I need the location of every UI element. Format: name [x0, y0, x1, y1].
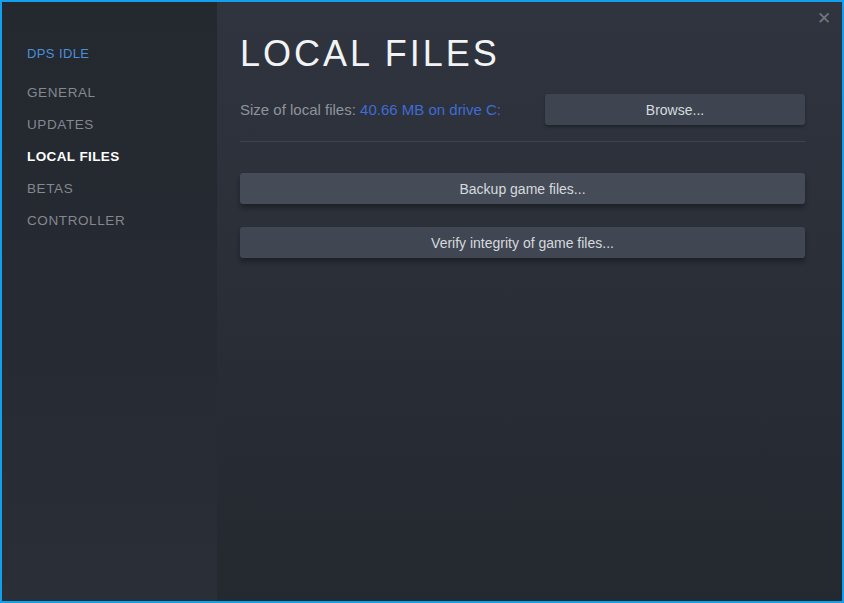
browse-button[interactable]: Browse...	[545, 94, 805, 125]
size-value: 40.66 MB on drive C:	[360, 101, 501, 118]
page-title: LOCAL FILES	[240, 36, 805, 72]
verify-integrity-button[interactable]: Verify integrity of game files...	[240, 227, 805, 258]
sidebar-item-local-files[interactable]: LOCAL FILES	[27, 149, 207, 164]
backup-game-files-button[interactable]: Backup game files...	[240, 173, 805, 204]
sidebar-item-updates[interactable]: UPDATES	[27, 117, 207, 132]
sidebar-item-betas[interactable]: BETAS	[27, 181, 207, 196]
size-of-local-files-text: Size of local files: 40.66 MB on drive C…	[240, 101, 501, 118]
section-divider	[240, 141, 805, 142]
sidebar-item-controller[interactable]: CONTROLLER	[27, 213, 207, 228]
sidebar-game-title[interactable]: DPS IDLE	[27, 46, 207, 61]
sidebar-item-general[interactable]: GENERAL	[27, 85, 207, 100]
size-label: Size of local files:	[240, 101, 360, 118]
size-row: Size of local files: 40.66 MB on drive C…	[240, 94, 805, 125]
game-properties-window: ✕ DPS IDLE GENERAL UPDATES LOCAL FILES B…	[0, 0, 844, 603]
close-icon[interactable]: ✕	[812, 6, 836, 30]
local-files-panel: LOCAL FILES Size of local files: 40.66 M…	[217, 2, 842, 601]
sidebar: DPS IDLE GENERAL UPDATES LOCAL FILES BET…	[2, 2, 217, 601]
